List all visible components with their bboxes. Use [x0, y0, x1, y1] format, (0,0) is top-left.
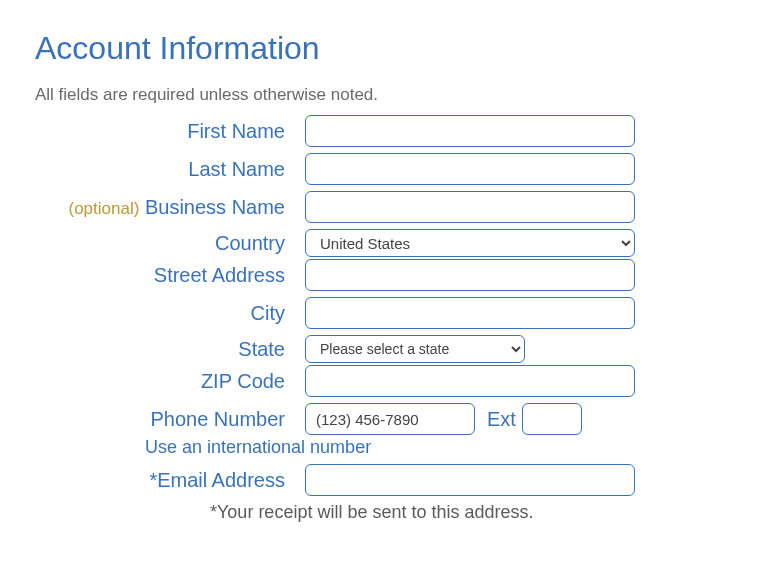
email-label: *Email Address: [35, 469, 305, 492]
ext-input[interactable]: [522, 403, 582, 435]
required-note: All fields are required unless otherwise…: [35, 85, 735, 105]
page-title: Account Information: [35, 30, 735, 67]
ext-label: Ext: [487, 408, 516, 431]
first-name-input[interactable]: [305, 115, 635, 147]
last-name-label: Last Name: [35, 158, 305, 181]
optional-tag: (optional): [69, 199, 140, 218]
phone-input[interactable]: [305, 403, 475, 435]
phone-label: Phone Number: [35, 408, 305, 431]
business-name-label: (optional) Business Name: [35, 196, 305, 219]
business-name-input[interactable]: [305, 191, 635, 223]
international-number-link[interactable]: Use an international number: [35, 437, 735, 458]
city-input[interactable]: [305, 297, 635, 329]
first-name-label: First Name: [35, 120, 305, 143]
zip-input[interactable]: [305, 365, 635, 397]
zip-label: ZIP Code: [35, 370, 305, 393]
city-label: City: [35, 302, 305, 325]
last-name-input[interactable]: [305, 153, 635, 185]
street-address-label: Street Address: [35, 264, 305, 287]
account-form: First Name Last Name (optional) Business…: [35, 115, 735, 523]
street-address-input[interactable]: [305, 259, 635, 291]
country-select[interactable]: United States: [305, 229, 635, 257]
state-label: State: [35, 338, 305, 361]
receipt-note: *Your receipt will be sent to this addre…: [35, 502, 735, 523]
country-label: Country: [35, 232, 305, 255]
state-select[interactable]: Please select a state: [305, 335, 525, 363]
email-input[interactable]: [305, 464, 635, 496]
